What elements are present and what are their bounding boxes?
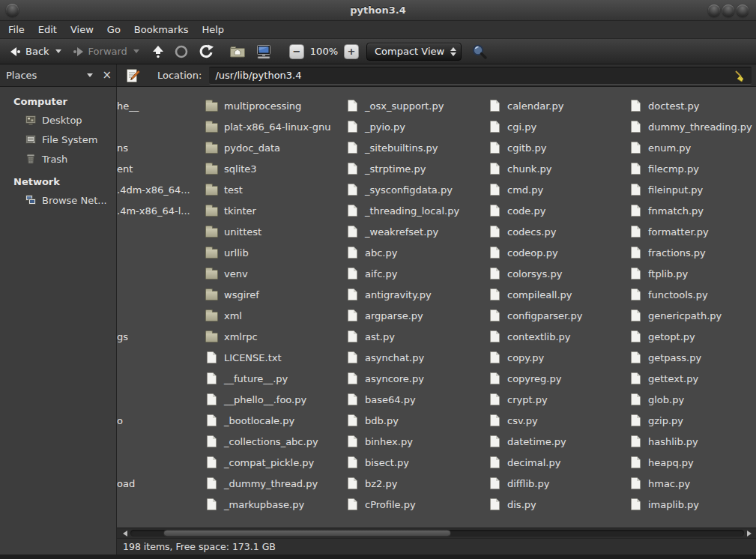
horizontal-scrollbar[interactable] <box>117 528 756 538</box>
file-item[interactable]: enum.py <box>629 137 756 158</box>
up-button[interactable] <box>148 43 168 61</box>
file-item[interactable]: urllib <box>205 242 342 263</box>
file-item[interactable]: multiprocessing <box>205 95 342 116</box>
file-item[interactable]: bdb.py <box>346 410 484 431</box>
file-item[interactable]: heapq.py <box>629 452 756 473</box>
file-item[interactable]: cgitb.py <box>489 137 625 158</box>
file-item[interactable]: _markupbase.py <box>205 494 342 515</box>
file-item[interactable]: doctest.py <box>629 95 756 116</box>
view-mode-select[interactable]: Compact View <box>366 43 462 61</box>
maximize-button[interactable] <box>722 4 734 16</box>
file-item[interactable]: _collections_abc.py <box>205 431 342 452</box>
file-item[interactable]: calendar.py <box>489 95 625 116</box>
refresh-button[interactable] <box>195 42 217 61</box>
file-item[interactable]: __phello__.foo.py <box>205 389 342 410</box>
minimize-button[interactable] <box>708 4 720 16</box>
file-item[interactable]: codecs.py <box>489 221 625 242</box>
file-item[interactable]: abc.py <box>346 242 484 263</box>
file-item[interactable]: pydoc_data <box>205 137 342 158</box>
file-item[interactable]: LICENSE.txt <box>205 347 342 368</box>
file-item-clipped[interactable]: he__ <box>117 95 201 116</box>
scroll-right-icon[interactable] <box>747 531 752 537</box>
back-button[interactable]: Back <box>6 43 64 60</box>
menu-edit[interactable]: Edit <box>31 21 64 39</box>
file-item-clipped[interactable]: oad <box>117 473 201 494</box>
file-item[interactable]: csv.py <box>489 410 625 431</box>
file-item-clipped[interactable]: gs <box>117 326 201 347</box>
stop-button[interactable] <box>171 42 192 61</box>
file-item[interactable]: dis.py <box>489 494 625 515</box>
file-item[interactable]: antigravity.py <box>346 284 484 305</box>
file-item[interactable]: venv <box>205 263 342 284</box>
file-item[interactable]: gzip.py <box>629 410 756 431</box>
sidebar-item-desktop[interactable]: Desktop <box>0 110 116 130</box>
location-input[interactable] <box>215 70 734 81</box>
file-item[interactable]: getopt.py <box>629 326 756 347</box>
close-button[interactable] <box>737 4 749 16</box>
file-item[interactable]: xml <box>205 305 342 326</box>
places-caret-icon[interactable] <box>87 73 93 77</box>
menu-go[interactable]: Go <box>100 21 127 39</box>
menu-file[interactable]: File <box>1 21 31 39</box>
file-item[interactable]: cgi.py <box>489 116 625 137</box>
file-item[interactable]: argparse.py <box>346 305 484 326</box>
file-item[interactable]: glob.py <box>629 389 756 410</box>
file-item[interactable]: _pyio.py <box>346 116 484 137</box>
file-item[interactable]: _osx_support.py <box>346 95 484 116</box>
file-item[interactable]: _sysconfigdata.py <box>346 179 484 200</box>
edit-location-button[interactable] <box>121 65 144 86</box>
file-item[interactable]: hashlib.py <box>629 431 756 452</box>
file-item[interactable]: binhex.py <box>346 431 484 452</box>
file-item[interactable]: imaplib.py <box>629 494 756 515</box>
file-item[interactable]: __future__.py <box>205 368 342 389</box>
file-item[interactable]: formatter.py <box>629 221 756 242</box>
file-item[interactable]: _dummy_thread.py <box>205 473 342 494</box>
file-item[interactable]: gettext.py <box>629 368 756 389</box>
file-item[interactable]: cProfile.py <box>346 494 484 515</box>
file-item[interactable]: xmlrpc <box>205 326 342 347</box>
file-item-clipped[interactable]: ent <box>117 158 201 179</box>
file-item[interactable]: decimal.py <box>489 452 625 473</box>
file-item[interactable]: chunk.py <box>489 158 625 179</box>
file-item[interactable]: filecmp.py <box>629 158 756 179</box>
file-item[interactable]: ast.py <box>346 326 484 347</box>
file-item[interactable]: bz2.py <box>346 473 484 494</box>
location-entry[interactable] <box>209 67 752 85</box>
file-item[interactable]: aifc.py <box>346 263 484 284</box>
zoom-out-button[interactable] <box>289 44 304 59</box>
file-item[interactable]: ftplib.py <box>629 263 756 284</box>
file-item[interactable]: hmac.py <box>629 473 756 494</box>
sidebar-item-file-system[interactable]: File System <box>0 130 116 149</box>
zoom-in-button[interactable] <box>344 44 359 59</box>
back-history-caret-icon[interactable] <box>55 49 61 53</box>
file-item[interactable]: crypt.py <box>489 389 625 410</box>
file-item[interactable]: cmd.py <box>489 179 625 200</box>
file-item[interactable]: _strptime.py <box>346 158 484 179</box>
file-item[interactable]: _bootlocale.py <box>205 410 342 431</box>
file-item[interactable]: code.py <box>489 200 625 221</box>
desktop-button[interactable] <box>252 42 276 61</box>
file-item[interactable]: difflib.py <box>489 473 625 494</box>
file-item[interactable]: wsgiref <box>205 284 342 305</box>
file-item[interactable]: getpass.py <box>629 347 756 368</box>
file-item-clipped[interactable]: ns <box>117 137 201 158</box>
file-item-clipped[interactable]: .4m-x86_64-l... <box>117 200 201 221</box>
search-button[interactable] <box>468 40 492 63</box>
file-item[interactable]: asynchat.py <box>346 347 484 368</box>
file-item[interactable]: plat-x86_64-linux-gnu <box>205 116 342 137</box>
file-item[interactable]: asyncore.py <box>346 368 484 389</box>
file-item[interactable]: sqlite3 <box>205 158 342 179</box>
file-item[interactable]: test <box>205 179 342 200</box>
file-item[interactable]: fileinput.py <box>629 179 756 200</box>
file-item[interactable]: datetime.py <box>489 431 625 452</box>
file-item[interactable]: _sitebuiltins.py <box>346 137 484 158</box>
scrollbar-thumb[interactable] <box>163 530 451 537</box>
file-item[interactable]: dummy_threading.py <box>629 116 756 137</box>
forward-history-caret-icon[interactable] <box>133 49 139 53</box>
file-item[interactable]: colorsys.py <box>489 263 625 284</box>
file-item[interactable]: contextlib.py <box>489 326 625 347</box>
clear-broom-icon[interactable] <box>734 69 747 82</box>
sidebar-item-browse-network[interactable]: Browse Net... <box>0 190 116 210</box>
menu-view[interactable]: View <box>64 21 100 39</box>
file-item-clipped[interactable]: o <box>117 410 201 431</box>
